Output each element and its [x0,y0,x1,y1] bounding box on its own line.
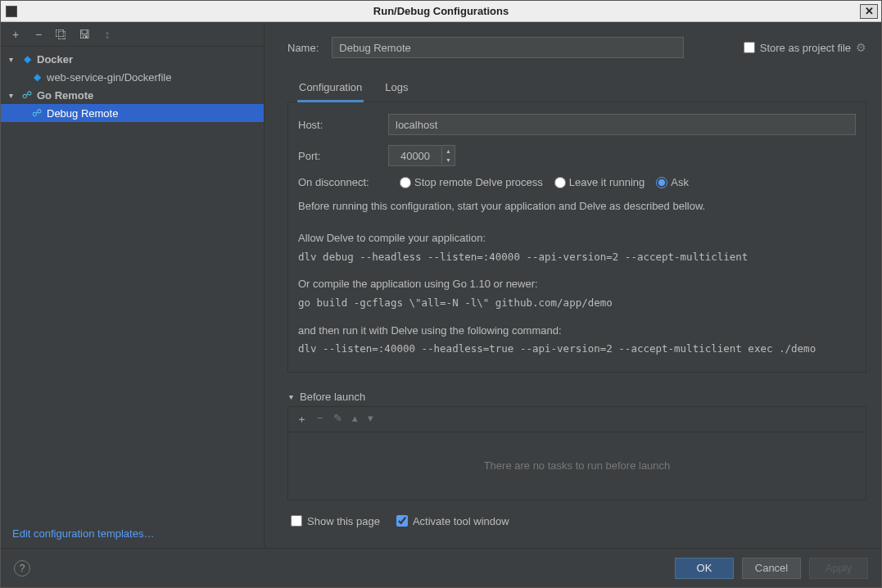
tab-logs[interactable]: Logs [383,76,409,102]
radio-ask-input[interactable] [656,177,667,188]
docker-icon: ◆ [30,71,43,83]
activate-checkbox[interactable] [396,515,408,527]
before-launch-header[interactable]: ▾ Before launch [287,387,866,406]
help-line: Or compile the application using Go 1.10… [298,276,856,292]
port-down-icon[interactable]: ▼ [442,156,455,165]
radio-leave-label: Leave it running [569,176,645,188]
tree-folder-go-remote[interactable]: ▾ ☍ Go Remote [1,86,264,104]
cancel-button[interactable]: Cancel [742,558,801,579]
save-config-icon[interactable]: 🖫 [78,28,91,41]
port-stepper[interactable]: ▲ ▼ [388,145,455,166]
tree-item-debug-remote[interactable]: ☍ Debug Remote [1,104,264,122]
radio-leave-input[interactable] [554,177,566,188]
tree-folder-label: Docker [37,53,73,66]
up-task-icon[interactable]: ▴ [352,412,358,427]
show-page-checkbox[interactable] [291,515,302,527]
disconnect-label: On disconnect: [298,176,388,188]
tab-configuration[interactable]: Configuration [297,76,364,102]
name-row: Name: Store as project file ⚙ [287,37,866,58]
chevron-down-icon: ▾ [289,392,293,401]
add-config-icon[interactable]: + [9,28,22,41]
edit-task-icon[interactable]: ✎ [333,412,342,427]
bottom-checks: Show this page Activate tool window [287,512,866,539]
copy-config-icon[interactable]: ⿻ [55,28,68,41]
command-text: go build -gcflags \"all=-N -l\" github.c… [298,296,856,311]
tree-folder-docker[interactable]: ▾ ◆ Docker [1,50,264,68]
tree-item-label: web-service-gin/Dockerfile [47,71,171,84]
help-line: Before running this configuration, start… [298,198,856,215]
chevron-down-icon: ▾ [9,55,20,64]
apply-button[interactable]: Apply [809,558,868,579]
app-icon [6,6,17,17]
ok-button[interactable]: OK [675,558,734,579]
help-icon[interactable]: ? [14,560,30,577]
tree-toolbar: + − ⿻ 🖫 ↕ [1,22,264,47]
port-up-icon[interactable]: ▲ [442,147,455,156]
add-task-icon[interactable]: ＋ [296,412,307,427]
dialog-footer: ? OK Cancel Apply [1,548,881,587]
help-line: Allow Delve to compile your application: [298,230,856,247]
remove-config-icon[interactable]: − [32,28,45,41]
radio-ask[interactable]: Ask [656,176,689,188]
help-text: Before running this configuration, start… [298,198,856,357]
close-button[interactable]: ✕ [860,4,878,19]
radio-leave[interactable]: Leave it running [554,176,645,188]
before-launch-empty: There are no tasks to run before launch [287,432,866,500]
before-launch-empty-text: There are no tasks to run before launch [484,459,671,472]
details-panel: Name: Store as project file ⚙ Configurat… [265,22,881,548]
activate-check[interactable]: Activate tool window [396,515,509,527]
tree-item-label: Debug Remote [47,107,118,120]
name-label: Name: [287,42,319,54]
name-input[interactable] [332,37,684,58]
radio-ask-label: Ask [671,176,689,188]
configuration-panel: Host: Port: ▲ ▼ On disconnect: Stop remo… [287,102,866,373]
host-label: Host: [298,119,388,131]
store-label: Store as project file [760,42,851,54]
command-text: dlv debug --headless --listen=:40000 --a… [298,250,856,265]
config-tree: ▾ ◆ Docker ◆ web-service-gin/Dockerfile … [1,47,264,521]
tree-folder-label: Go Remote [37,89,93,102]
chevron-down-icon: ▾ [9,91,20,100]
show-page-label: Show this page [307,515,380,527]
docker-icon: ◆ [20,53,34,65]
gear-icon[interactable]: ⚙ [856,41,866,54]
radio-stop[interactable]: Stop remote Delve process [400,176,543,188]
edit-templates-link[interactable]: Edit configuration templates… [1,521,264,548]
tabs: Configuration Logs [287,76,866,102]
store-row: Store as project file ⚙ [744,41,866,54]
before-launch-title: Before launch [300,391,365,403]
host-input[interactable] [388,114,856,135]
down-task-icon[interactable]: ▾ [368,412,373,427]
store-as-project-checkbox[interactable] [744,42,755,53]
radio-stop-input[interactable] [400,177,411,188]
window-title: Run/Debug Configurations [1,5,881,17]
tree-item-dockerfile[interactable]: ◆ web-service-gin/Dockerfile [1,68,264,86]
sidebar: + − ⿻ 🖫 ↕ ▾ ◆ Docker ◆ web-service-gin/D… [1,22,265,548]
go-remote-icon: ☍ [20,89,34,101]
sort-config-icon[interactable]: ↕ [101,28,114,41]
show-page-check[interactable]: Show this page [291,515,380,527]
activate-label: Activate tool window [413,515,509,527]
main-area: + − ⿻ 🖫 ↕ ▾ ◆ Docker ◆ web-service-gin/D… [1,22,881,548]
port-label: Port: [298,150,388,162]
before-launch-toolbar: ＋ − ✎ ▴ ▾ [287,406,866,432]
port-input[interactable] [389,146,441,165]
radio-stop-label: Stop remote Delve process [414,176,543,188]
command-text: dlv --listen=:40000 --headless=true --ap… [298,341,856,357]
remove-task-icon[interactable]: − [317,412,323,427]
help-line: and then run it with Delve using the fol… [298,323,856,339]
go-remote-icon: ☍ [30,107,43,119]
title-bar: Run/Debug Configurations ✕ [1,1,881,22]
